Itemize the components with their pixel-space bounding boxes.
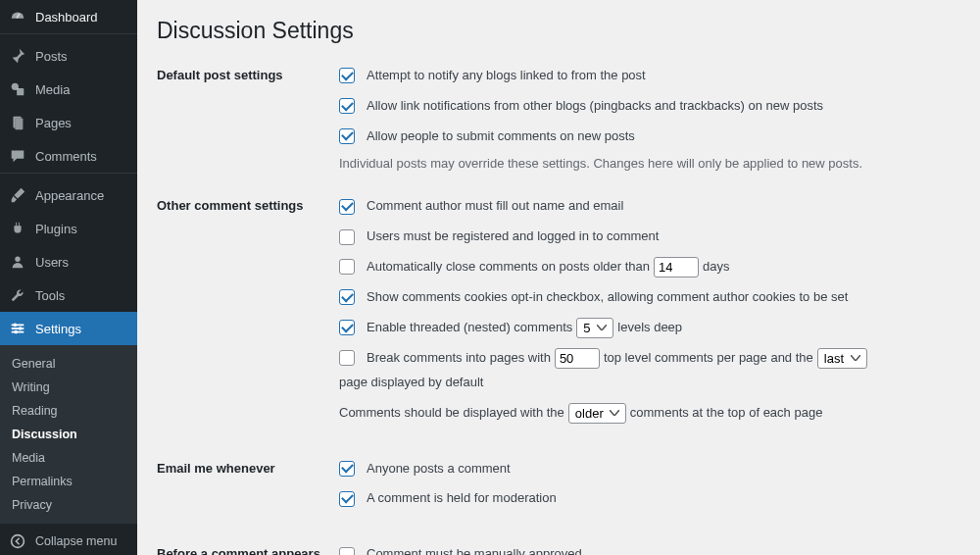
option-label: Comment must be manually approved — [367, 544, 582, 555]
svg-point-10 — [14, 324, 18, 328]
sidebar-label: Media — [35, 82, 70, 97]
page-icon — [8, 113, 27, 132]
wrench-icon — [8, 285, 27, 305]
sidebar-item-appearance[interactable]: Appearance — [0, 178, 137, 212]
option-label: days — [703, 257, 729, 278]
checkbox-paginate[interactable] — [339, 350, 355, 366]
sidebar-item-dashboard[interactable]: Dashboard — [0, 0, 137, 33]
collapse-label: Collapse menu — [35, 534, 117, 548]
checkbox-allow-pingbacks[interactable] — [339, 98, 355, 114]
collapse-menu-button[interactable]: Collapse menu — [0, 524, 137, 555]
option-label: comments at the top of each page — [630, 403, 823, 424]
submenu-permalinks[interactable]: Permalinks — [0, 470, 137, 493]
option-label: A comment is held for moderation — [367, 488, 557, 509]
section-other-comment: Other comment settings Comment author mu… — [157, 196, 960, 432]
sidebar-item-settings[interactable]: Settings — [0, 312, 137, 345]
sidebar-label: Plugins — [35, 222, 77, 236]
checkbox-email-held-moderation[interactable] — [339, 491, 355, 507]
submenu-media[interactable]: Media — [0, 446, 137, 470]
page-title: Discussion Settings — [157, 18, 960, 44]
sidebar-item-plugins[interactable]: Plugins — [0, 212, 137, 245]
comment-icon — [8, 146, 27, 166]
checkbox-email-anyone-posts[interactable] — [339, 461, 355, 477]
checkbox-allow-comments[interactable] — [339, 128, 355, 144]
dashboard-icon — [8, 7, 27, 26]
sidebar-label: Posts — [35, 49, 68, 64]
select-comment-order[interactable]: older — [568, 403, 626, 424]
section-heading: Other comment settings — [157, 196, 339, 213]
option-label: levels deep — [617, 318, 682, 338]
main-content: Discussion Settings Default post setting… — [137, 0, 980, 555]
media-icon — [8, 79, 27, 99]
sidebar-item-media[interactable]: Media — [0, 73, 137, 106]
section-note: Individual posts may override these sett… — [339, 156, 960, 171]
sidebar-item-tools[interactable]: Tools — [0, 278, 137, 312]
section-email-whenever: Email me whenever Anyone posts a comment… — [157, 459, 960, 520]
collapse-icon — [8, 531, 27, 551]
checkbox-cookies-optin[interactable] — [339, 289, 355, 305]
select-thread-depth[interactable]: 5 — [576, 318, 613, 338]
section-before-comment: Before a comment appears Comment must be… — [157, 544, 960, 555]
submenu-discussion[interactable]: Discussion — [0, 423, 137, 446]
option-label: Break comments into pages with — [367, 348, 551, 369]
option-label: Show comments cookies opt-in checkbox, a… — [367, 287, 848, 308]
option-label: top level comments per page and the — [604, 348, 813, 369]
checkbox-autoclose[interactable] — [339, 259, 355, 275]
sidebar-label: Dashboard — [35, 10, 98, 25]
checkbox-require-name-email[interactable] — [339, 199, 355, 215]
input-comments-per-page[interactable] — [555, 348, 600, 369]
sidebar-label: Pages — [35, 116, 72, 130]
submenu-general[interactable]: General — [0, 352, 137, 376]
option-label: Users must be registered and logged in t… — [367, 227, 659, 247]
section-default-post: Default post settings Attempt to notify … — [157, 66, 960, 171]
sidebar-label: Comments — [35, 149, 97, 164]
svg-point-6 — [15, 257, 20, 262]
sidebar-label: Appearance — [35, 188, 104, 203]
input-autoclose-days[interactable] — [654, 257, 699, 278]
submenu-privacy[interactable]: Privacy — [0, 493, 137, 517]
sidebar-item-users[interactable]: Users — [0, 245, 137, 278]
checkbox-notify-blogs[interactable] — [339, 68, 355, 83]
option-label: page displayed by default — [339, 373, 483, 393]
submenu-writing[interactable]: Writing — [0, 376, 137, 399]
checkbox-threaded[interactable] — [339, 320, 355, 335]
checkbox-require-registration[interactable] — [339, 229, 355, 245]
section-heading: Before a comment appears — [157, 544, 339, 555]
option-label: Attempt to notify any blogs linked to fr… — [367, 66, 646, 86]
sidebar-label: Tools — [35, 288, 65, 303]
sidebar-item-pages[interactable]: Pages — [0, 106, 137, 139]
svg-rect-2 — [17, 88, 24, 95]
option-label: Allow link notifications from other blog… — [367, 96, 823, 117]
option-label: Allow people to submit comments on new p… — [367, 126, 635, 147]
option-label: Automatically close comments on posts ol… — [367, 257, 650, 278]
sidebar-label: Users — [35, 255, 69, 270]
section-heading: Default post settings — [157, 66, 339, 82]
sidebar-label: Settings — [35, 322, 81, 336]
sidebar-item-posts[interactable]: Posts — [0, 39, 137, 73]
brush-icon — [8, 185, 27, 205]
plugin-icon — [8, 219, 27, 238]
select-default-page[interactable]: last — [817, 348, 867, 369]
settings-submenu: General Writing Reading Discussion Media… — [0, 345, 137, 524]
option-label: Comments should be displayed with the — [339, 403, 564, 424]
section-heading: Email me whenever — [157, 459, 339, 476]
option-label: Enable threaded (nested) comments — [367, 318, 572, 338]
svg-point-12 — [14, 330, 18, 334]
option-label: Comment author must fill out name and em… — [367, 196, 623, 217]
pin-icon — [8, 46, 27, 66]
submenu-reading[interactable]: Reading — [0, 399, 137, 423]
svg-point-13 — [12, 535, 24, 548]
checkbox-manual-approve[interactable] — [339, 547, 355, 555]
admin-sidebar: Dashboard Posts Media Pages Comments App… — [0, 0, 137, 555]
svg-point-11 — [19, 327, 23, 330]
sidebar-item-comments[interactable]: Comments — [0, 139, 137, 173]
settings-icon — [8, 319, 27, 338]
option-label: Anyone posts a comment — [367, 459, 511, 479]
user-icon — [8, 252, 27, 272]
svg-rect-5 — [15, 119, 23, 130]
